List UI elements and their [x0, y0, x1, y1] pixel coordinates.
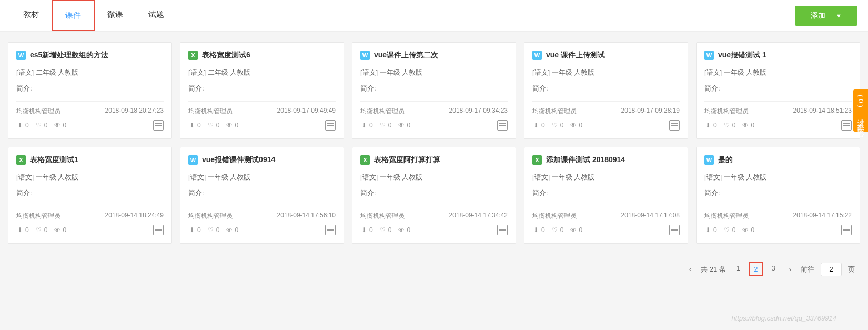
card-meta: [语文] 一年级 人教版 — [360, 68, 508, 77]
tab-3[interactable]: 试题 — [136, 0, 177, 31]
card-title: es5新增处理数组的方法 — [30, 51, 108, 60]
card-intro-label: 简介: — [188, 188, 336, 198]
card[interactable]: X 添加课件测试 20180914 [语文] 一年级 人教版 简介: 均衡机构管… — [524, 147, 688, 244]
file-type-icon: W — [704, 155, 714, 165]
page-numbers: 123 — [732, 262, 780, 276]
download-icon: ⬇ — [188, 226, 196, 234]
likes-stat: ♡0 — [551, 122, 564, 129]
heart-icon: ♡ — [35, 122, 43, 129]
card-intro-label: 简介: — [704, 188, 852, 198]
file-type-icon: W — [704, 51, 714, 60]
list-view-icon[interactable] — [669, 120, 680, 131]
tab-2[interactable]: 微课 — [95, 0, 136, 31]
card-title: 表格宽度测试1 — [30, 155, 78, 165]
tab-0[interactable]: 教材 — [11, 0, 52, 31]
side-tab-label: (0) 进入组卷中心 — [857, 95, 865, 126]
downloads-stat: ⬇0 — [704, 226, 717, 234]
card[interactable]: X 表格宽度测试6 [语文] 二年级 人教版 简介: 均衡机构管理员 2018-… — [180, 42, 344, 139]
heart-icon: ♡ — [207, 122, 215, 129]
card-date: 2018-09-18 20:27:23 — [105, 107, 164, 116]
downloads-stat: ⬇0 — [360, 226, 373, 234]
likes-stat: ♡0 — [551, 226, 564, 234]
downloads-stat: ⬇0 — [360, 122, 373, 129]
next-page-button[interactable]: › — [786, 264, 794, 274]
likes-stat: ♡0 — [35, 122, 48, 129]
card-title: 是的 — [718, 155, 733, 165]
file-type-icon: X — [532, 155, 542, 165]
prev-page-button[interactable]: ‹ — [686, 264, 694, 274]
card-author: 均衡机构管理员 — [360, 212, 405, 221]
list-view-icon[interactable] — [841, 225, 852, 235]
card-meta: [语文] 二年级 人教版 — [188, 68, 336, 77]
download-icon: ⬇ — [16, 122, 24, 129]
card-title: 表格宽度测试6 — [202, 51, 250, 60]
side-tab-group-paper[interactable]: (0) 进入组卷中心 — [853, 89, 868, 132]
list-view-icon[interactable] — [325, 120, 336, 131]
views-stat: 👁0 — [742, 122, 754, 129]
list-view-icon[interactable] — [497, 225, 508, 235]
card-author: 均衡机构管理员 — [704, 212, 749, 221]
card-date: 2018-09-17 09:34:23 — [449, 107, 508, 116]
page-num-1[interactable]: 1 — [732, 262, 744, 276]
goto-page-input[interactable] — [821, 263, 842, 276]
page-num-3[interactable]: 3 — [767, 262, 779, 276]
downloads-stat: ⬇0 — [16, 226, 29, 234]
downloads-stat: ⬇0 — [188, 226, 201, 234]
file-type-icon: W — [188, 155, 198, 165]
list-view-icon[interactable] — [153, 225, 164, 235]
card-author: 均衡机构管理员 — [16, 107, 60, 116]
list-view-icon[interactable] — [669, 225, 680, 235]
card-intro-label: 简介: — [188, 84, 336, 93]
list-view-icon[interactable] — [153, 120, 164, 131]
card-title: vue报错课件测试0914 — [202, 155, 275, 165]
eye-icon: 👁 — [54, 226, 61, 234]
likes-stat: ♡0 — [379, 122, 392, 129]
card[interactable]: W vue报错课件测试0914 [语文] 一年级 人教版 简介: 均衡机构管理员… — [180, 147, 344, 244]
card-intro-label: 简介: — [360, 84, 508, 93]
card[interactable]: W vue课件上传第二次 [语文] 一年级 人教版 简介: 均衡机构管理员 20… — [352, 42, 516, 139]
page-num-2[interactable]: 2 — [749, 262, 763, 276]
likes-stat: ♡0 — [207, 122, 220, 129]
card[interactable]: X 表格宽度阿打算打算 [语文] 一年级 人教版 简介: 均衡机构管理员 201… — [352, 147, 516, 244]
card-meta: [语文] 一年级 人教版 — [188, 173, 336, 182]
add-button-label: 添加 — [811, 11, 825, 21]
views-stat: 👁0 — [226, 122, 238, 129]
card[interactable]: W vue报错测试 1 [语文] 一年级 人教版 简介: 均衡机构管理员 201… — [696, 42, 860, 139]
add-button[interactable]: 添加 ▼ — [795, 6, 857, 26]
card-intro-label: 简介: — [532, 188, 680, 198]
card-meta: [语文] 一年级 人教版 — [532, 173, 680, 182]
file-type-icon: W — [532, 51, 542, 60]
views-stat: 👁0 — [570, 226, 582, 234]
heart-icon: ♡ — [207, 226, 215, 234]
card[interactable]: W 是的 [语文] 一年级 人教版 简介: 均衡机构管理员 2018-09-14… — [696, 147, 860, 244]
views-stat: 👁0 — [742, 226, 754, 234]
card-title: vue 课件上传测试 — [546, 51, 605, 60]
card-date: 2018-09-17 09:28:19 — [621, 107, 680, 116]
card-date: 2018-09-14 17:34:42 — [449, 212, 508, 221]
list-view-icon[interactable] — [497, 120, 508, 131]
card[interactable]: X 表格宽度测试1 [语文] 一年级 人教版 简介: 均衡机构管理员 2018-… — [8, 147, 172, 244]
eye-icon: 👁 — [226, 122, 233, 129]
card-date: 2018-09-14 17:17:08 — [621, 212, 680, 221]
heart-icon: ♡ — [551, 122, 559, 129]
list-view-icon[interactable] — [325, 225, 336, 235]
heart-icon: ♡ — [723, 226, 731, 234]
card-date: 2018-09-17 09:49:49 — [277, 107, 336, 116]
views-stat: 👁0 — [398, 122, 410, 129]
file-type-icon: X — [16, 155, 26, 165]
card[interactable]: W vue 课件上传测试 [语文] 一年级 人教版 简介: 均衡机构管理员 20… — [524, 42, 688, 139]
download-icon: ⬇ — [188, 122, 196, 129]
card-date: 2018-09-14 18:51:23 — [793, 107, 852, 116]
eye-icon: 👁 — [398, 226, 405, 234]
views-stat: 👁0 — [54, 226, 66, 234]
download-icon: ⬇ — [704, 122, 712, 129]
card-title: vue课件上传第二次 — [374, 51, 438, 60]
tab-1[interactable]: 课件 — [52, 0, 95, 31]
download-icon: ⬇ — [360, 226, 368, 234]
card-date: 2018-09-14 17:56:10 — [277, 212, 336, 221]
list-view-icon[interactable] — [841, 120, 852, 131]
card-intro-label: 简介: — [16, 188, 164, 198]
card-author: 均衡机构管理员 — [188, 212, 233, 221]
card[interactable]: W es5新增处理数组的方法 [语文] 二年级 人教版 简介: 均衡机构管理员 … — [8, 42, 172, 139]
download-icon: ⬇ — [532, 226, 540, 234]
